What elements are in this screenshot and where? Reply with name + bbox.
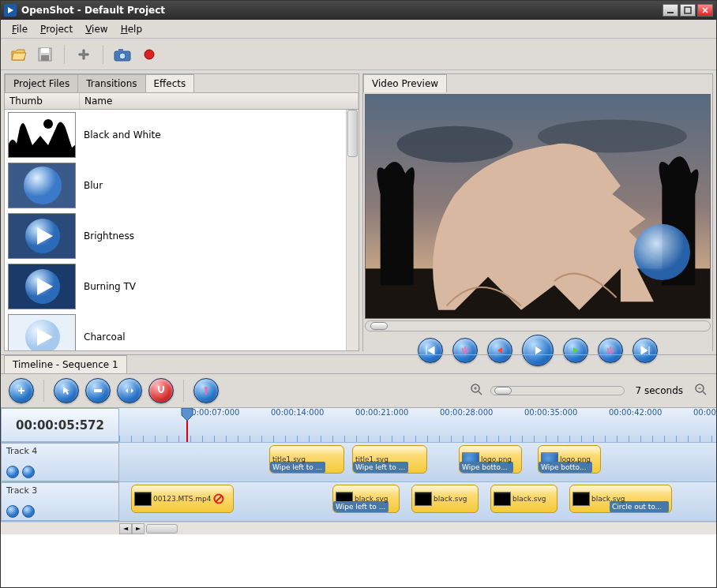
svg-rect-1 [667, 12, 674, 13]
effect-item[interactable]: Blur [5, 160, 346, 211]
clip-thumb [415, 492, 432, 506]
toolbar-separator [64, 45, 65, 64]
resize-tool-button[interactable] [117, 378, 142, 403]
timecode-display: 00:00:05:572 [1, 408, 119, 442]
transition-label[interactable]: Wipe left to ... [270, 462, 325, 473]
snapshot-button[interactable] [111, 43, 133, 66]
tab-effects[interactable]: Effects [145, 74, 195, 92]
transition-label[interactable]: Wipe left to ... [353, 462, 408, 473]
menu-project[interactable]: Project [34, 22, 79, 36]
preview-scrubber[interactable] [365, 320, 711, 331]
open-button[interactable] [7, 43, 29, 66]
timeline-toolbar: 7 seconds [1, 373, 716, 408]
transition-label[interactable]: Circle out to... [610, 501, 669, 512]
minimize-button[interactable] [663, 4, 678, 17]
razor-tool-button[interactable] [85, 378, 111, 403]
column-thumb[interactable]: Thumb [5, 93, 80, 109]
effect-name: Burning TV [76, 281, 136, 292]
svg-point-13 [24, 167, 62, 204]
svg-marker-31 [535, 346, 542, 354]
timeline-clip[interactable]: title1.svg Wipe left to ... [269, 445, 344, 474]
effect-thumb [8, 112, 76, 158]
svg-rect-2 [685, 7, 691, 13]
svg-point-9 [145, 50, 154, 59]
timeline-clip[interactable]: black.svg Circle out to... [569, 485, 672, 513]
effect-thumb [8, 163, 76, 208]
effect-item[interactable]: Brightness [5, 211, 346, 261]
svg-point-11 [43, 119, 53, 129]
timeline-tab[interactable]: Timeline - Sequence 1 [4, 355, 127, 373]
track-name: Track 3 [6, 485, 114, 496]
video-preview[interactable] [365, 94, 711, 319]
save-button[interactable] [34, 43, 56, 66]
track-visible-icon[interactable] [6, 505, 19, 518]
transition-label[interactable]: Wipe botto... [460, 462, 513, 473]
scroll-right-button[interactable]: ► [132, 523, 145, 534]
menubar: File Project View Help [1, 20, 716, 39]
scroll-left-button[interactable]: ◄ [119, 523, 132, 534]
effect-item[interactable]: Black and White [5, 110, 346, 160]
svg-marker-32 [573, 347, 578, 354]
svg-marker-30 [497, 347, 502, 354]
tab-video-preview[interactable]: Video Preview [363, 74, 447, 92]
timeline-clip[interactable]: title1.svg Wipe left to ... [352, 445, 427, 474]
svg-rect-33 [94, 389, 102, 392]
toolbar-separator [103, 45, 103, 64]
timeline-clip[interactable]: black.svg Wipe left to ... [332, 485, 400, 513]
playhead[interactable] [186, 408, 188, 442]
record-button[interactable] [138, 43, 160, 66]
scroll-thumb[interactable] [146, 524, 178, 534]
menu-file[interactable]: File [6, 22, 34, 36]
effects-list: Black and White Blur Brightness Bur [5, 110, 346, 350]
zoom-in-button[interactable] [470, 383, 484, 399]
menu-view[interactable]: View [79, 22, 114, 36]
timeline-ruler[interactable]: 00:00:07:000 00:00:14:000 00:00:21:000 0… [119, 408, 716, 442]
svg-point-24 [397, 126, 513, 163]
track-header[interactable]: Track 4 [1, 443, 119, 481]
timeline-hscrollbar[interactable]: ◄ ► [1, 522, 716, 534]
titlebar: OpenShot - Default Project [1, 1, 716, 20]
track-visible-icon[interactable] [6, 466, 19, 478]
transition-label[interactable]: Wipe left to ... [333, 501, 389, 512]
tab-project-files[interactable]: Project Files [5, 74, 78, 92]
window-title: OpenShot - Default Project [21, 5, 661, 16]
maximize-button[interactable] [680, 4, 696, 17]
track-audio-icon[interactable] [22, 505, 35, 518]
effect-name: Black and White [76, 129, 161, 140]
track-audio-icon[interactable] [22, 466, 35, 478]
track-name: Track 4 [6, 446, 114, 456]
svg-rect-8 [118, 49, 123, 52]
add-button[interactable] [73, 43, 95, 66]
effects-scrollbar[interactable] [346, 110, 358, 350]
timeline-clip[interactable]: black.svg [490, 485, 557, 513]
timeline-clip[interactable]: 00123.MTS.mp4 [131, 485, 234, 513]
effect-thumb [8, 314, 76, 350]
timeline-clip[interactable]: logo.png Wipe botto... [459, 445, 522, 474]
effect-name: Blur [76, 180, 103, 191]
add-marker-button[interactable] [193, 378, 219, 403]
effect-item[interactable]: Burning TV [5, 261, 346, 312]
preview-panel: Video Preview [362, 73, 713, 351]
effect-name: Charcoal [76, 331, 126, 343]
pointer-tool-button[interactable] [54, 378, 79, 403]
transition-label[interactable]: Wipe botto... [539, 462, 592, 473]
timeline-clip[interactable]: black.svg [411, 485, 479, 513]
effect-item[interactable]: Charcoal [5, 312, 346, 350]
clip-thumb [572, 492, 590, 506]
effect-name: Brightness [76, 230, 134, 242]
snap-tool-button[interactable] [148, 378, 174, 403]
menu-help[interactable]: Help [114, 22, 148, 36]
close-button[interactable] [697, 4, 713, 17]
svg-point-34 [205, 387, 208, 390]
add-track-button[interactable] [9, 378, 34, 403]
zoom-out-button[interactable] [694, 383, 708, 399]
track-header[interactable]: Track 3 [1, 482, 119, 521]
tab-transitions[interactable]: Transitions [77, 74, 145, 92]
zoom-label: 7 seconds [631, 385, 689, 396]
timeline-clip[interactable]: logo.png Wipe botto... [538, 445, 601, 474]
zoom-slider[interactable] [490, 386, 625, 395]
column-name[interactable]: Name [80, 93, 358, 109]
disabled-icon [213, 493, 224, 504]
svg-rect-5 [41, 55, 49, 61]
effect-thumb [8, 264, 76, 309]
